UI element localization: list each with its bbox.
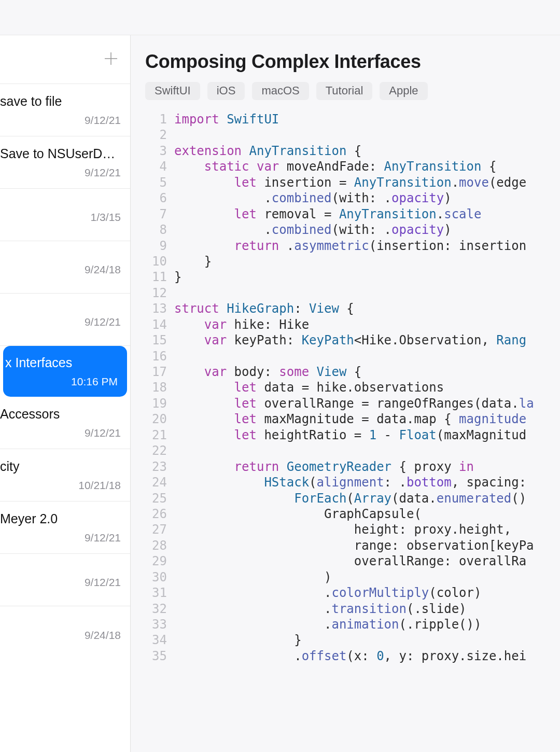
list-item-date: 9/24/18 <box>0 263 121 276</box>
list-item-date: 9/12/21 <box>0 576 121 589</box>
line-number: 34 <box>145 632 167 648</box>
code-line: height: proxy.height, <box>174 522 560 537</box>
main-panel: Composing Complex Interfaces SwiftUIiOSm… <box>131 35 560 752</box>
code-line: .combined(with: .opacity) <box>174 190 560 206</box>
code-line: } <box>174 254 560 269</box>
sidebar: save to file9/12/21Save to NSUserD…9/12/… <box>0 35 131 752</box>
line-number: 9 <box>145 238 167 254</box>
code-line: var body: some View { <box>174 364 560 380</box>
sidebar-header <box>0 35 130 84</box>
list-item-title: save to file <box>0 94 121 109</box>
list-item[interactable]: x Interfaces10:16 PM <box>3 346 127 397</box>
code-line: let maxMagnitude = data.map { magnitude <box>174 411 560 427</box>
line-number: 15 <box>145 332 167 348</box>
code-line: let heightRatio = 1 - Float(maxMagnitud <box>174 427 560 443</box>
list-item-date: 9/12/21 <box>0 316 121 328</box>
list-item[interactable]: Accessors9/12/21 <box>0 397 130 449</box>
code-line: ) <box>174 569 560 585</box>
code-line: GraphCapsule( <box>174 506 560 522</box>
code-line: .combined(with: .opacity) <box>174 222 560 238</box>
code-line: .transition(.slide) <box>174 601 560 617</box>
tag[interactable]: Tutorial <box>316 82 373 100</box>
line-number: 6 <box>145 190 167 206</box>
list-item[interactable]: 9/24/18 <box>0 241 130 294</box>
tag[interactable]: Apple <box>380 82 427 100</box>
line-number: 21 <box>145 427 167 443</box>
line-number: 20 <box>145 411 167 427</box>
tag[interactable]: macOS <box>252 82 309 100</box>
line-number: 11 <box>145 269 167 285</box>
code-line: HStack(alignment: .bottom, spacing: <box>174 475 560 490</box>
code-line: let overallRange = rangeOfRanges(data.la <box>174 396 560 411</box>
list-item[interactable]: city10/21/18 <box>0 449 130 502</box>
list-item-title: Meyer 2.0 <box>0 511 121 526</box>
list-item[interactable]: save to file9/12/21 <box>0 84 130 136</box>
list-item-date: 9/12/21 <box>0 114 121 127</box>
list-item[interactable]: 9/12/21 <box>0 294 130 346</box>
code-line <box>174 349 560 364</box>
code-line: var hike: Hike <box>174 317 560 332</box>
line-number: 5 <box>145 175 167 190</box>
code-content[interactable]: import SwiftUI extension AnyTransition {… <box>174 112 560 664</box>
code-line: let data = hike.observations <box>174 380 560 395</box>
line-number: 7 <box>145 206 167 222</box>
line-number: 26 <box>145 506 167 522</box>
line-number: 13 <box>145 301 167 316</box>
line-number: 24 <box>145 475 167 490</box>
list-item[interactable]: 1/3/15 <box>0 189 130 241</box>
line-number: 22 <box>145 443 167 458</box>
list-item-title: x Interfaces <box>3 355 118 370</box>
add-note-icon[interactable] <box>103 51 119 68</box>
line-number: 23 <box>145 459 167 475</box>
line-number: 2 <box>145 127 167 143</box>
code-line: } <box>174 269 560 285</box>
code-line: } <box>174 632 560 648</box>
code-line: overallRange: overallRa <box>174 553 560 569</box>
line-number: 32 <box>145 601 167 617</box>
code-line: return GeometryReader { proxy in <box>174 459 560 475</box>
list-item[interactable]: 9/12/21 <box>0 554 130 606</box>
line-number: 8 <box>145 222 167 238</box>
document-title: Composing Complex Interfaces <box>145 51 560 73</box>
line-number: 33 <box>145 617 167 632</box>
line-number: 29 <box>145 553 167 569</box>
code-editor[interactable]: 1234567891011121314151617181920212223242… <box>145 112 560 664</box>
line-number: 14 <box>145 317 167 332</box>
code-line: let removal = AnyTransition.scale <box>174 206 560 222</box>
code-line: let insertion = AnyTransition.move(edge <box>174 175 560 190</box>
list-item-title: Save to NSUserD… <box>0 146 121 161</box>
code-line: .animation(.ripple()) <box>174 617 560 632</box>
list-item-date: 10:16 PM <box>3 375 118 388</box>
code-line <box>174 127 560 143</box>
code-line: ForEach(Array(data.enumerated() <box>174 491 560 506</box>
list-item-date: 9/12/21 <box>0 532 121 544</box>
line-number: 31 <box>145 585 167 601</box>
list-item[interactable]: Save to NSUserD…9/12/21 <box>0 136 130 189</box>
code-line <box>174 443 560 458</box>
list-item-title: city <box>0 459 121 474</box>
list-item-date: 10/21/18 <box>0 479 121 492</box>
list-item-title: Accessors <box>0 407 121 422</box>
list-item[interactable]: Meyer 2.09/12/21 <box>0 502 130 554</box>
line-number: 3 <box>145 143 167 159</box>
tag[interactable]: iOS <box>207 82 245 100</box>
line-number: 30 <box>145 569 167 585</box>
code-line: .offset(x: 0, y: proxy.size.hei <box>174 648 560 664</box>
code-line: .colorMultiply(color) <box>174 585 560 601</box>
code-line: range: observation[keyPa <box>174 538 560 553</box>
line-number: 17 <box>145 364 167 380</box>
line-gutter: 1234567891011121314151617181920212223242… <box>145 112 174 664</box>
tag-list: SwiftUIiOSmacOSTutorialApple <box>145 82 560 100</box>
line-number: 16 <box>145 349 167 364</box>
line-number: 18 <box>145 380 167 395</box>
list-item-date: 9/12/21 <box>0 427 121 439</box>
line-number: 35 <box>145 648 167 664</box>
line-number: 25 <box>145 491 167 506</box>
list-item[interactable]: 9/24/18 <box>0 606 130 659</box>
line-number: 4 <box>145 159 167 174</box>
line-number: 10 <box>145 254 167 269</box>
note-list[interactable]: save to file9/12/21Save to NSUserD…9/12/… <box>0 84 130 752</box>
code-line: extension AnyTransition { <box>174 143 560 159</box>
line-number: 19 <box>145 396 167 411</box>
tag[interactable]: SwiftUI <box>145 82 200 100</box>
